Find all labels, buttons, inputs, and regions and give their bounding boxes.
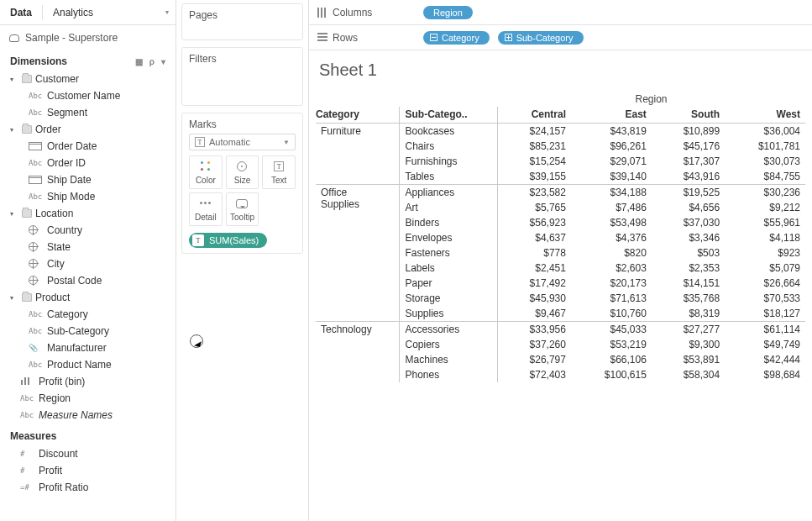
value-cell[interactable]: $43,916: [652, 169, 725, 185]
folder-product[interactable]: ▾Product: [0, 289, 175, 306]
value-cell[interactable]: $15,254: [497, 154, 571, 169]
folder-customer[interactable]: ▾Customer: [0, 71, 175, 87]
value-cell[interactable]: $84,755: [725, 169, 805, 185]
value-cell[interactable]: $8,319: [652, 306, 725, 322]
subcategory-cell[interactable]: Phones: [400, 367, 497, 382]
value-cell[interactable]: $2,603: [571, 260, 652, 276]
value-cell[interactable]: $5,765: [497, 200, 571, 215]
subcategory-cell[interactable]: Storage: [400, 291, 497, 306]
search-icon[interactable]: ρ: [149, 57, 155, 66]
value-cell[interactable]: $55,961: [725, 215, 805, 230]
value-cell[interactable]: $30,236: [725, 185, 805, 201]
value-cell[interactable]: $33,956: [497, 322, 571, 338]
pages-shelf[interactable]: Pages: [181, 3, 303, 40]
field-item[interactable]: AbcOrder ID: [0, 155, 175, 171]
marks-pill-sum-sales[interactable]: T SUM(Sales): [189, 233, 267, 248]
value-cell[interactable]: $34,188: [571, 185, 652, 201]
value-cell[interactable]: $5,079: [725, 260, 805, 276]
value-cell[interactable]: $4,376: [571, 230, 652, 245]
subcategory-cell[interactable]: Labels: [400, 260, 497, 276]
menu-icon[interactable]: ▾: [161, 57, 165, 66]
datasource-row[interactable]: Sample - Superstore: [0, 25, 175, 50]
value-cell[interactable]: $61,114: [725, 322, 805, 338]
value-cell[interactable]: $58,304: [652, 367, 725, 382]
subcategory-cell[interactable]: Copiers: [400, 337, 497, 352]
columns-shelf[interactable]: Columns Region: [309, 0, 812, 25]
collapse-icon[interactable]: [430, 34, 437, 41]
value-cell[interactable]: $503: [652, 245, 725, 260]
value-cell[interactable]: $820: [571, 245, 652, 260]
value-cell[interactable]: $42,444: [725, 352, 805, 367]
subcategory-cell[interactable]: Art: [400, 200, 497, 215]
subcategory-cell[interactable]: Supplies: [400, 306, 497, 322]
value-cell[interactable]: $30,073: [725, 154, 805, 169]
value-cell[interactable]: $14,151: [652, 276, 725, 291]
value-cell[interactable]: $66,106: [571, 352, 652, 367]
value-cell[interactable]: $17,307: [652, 154, 725, 169]
subcategory-cell[interactable]: Machines: [400, 352, 497, 367]
category-header[interactable]: OfficeSupplies: [316, 185, 400, 322]
value-cell[interactable]: $35,768: [652, 291, 725, 306]
filters-shelf[interactable]: Filters: [181, 47, 303, 106]
value-cell[interactable]: $45,033: [571, 322, 652, 338]
mark-btn-tooltip[interactable]: Tooltip: [226, 192, 259, 226]
subcategory-cell[interactable]: Chairs: [400, 139, 497, 154]
value-cell[interactable]: $26,664: [725, 276, 805, 291]
expand-icon[interactable]: [505, 34, 512, 41]
mark-type-select[interactable]: TAutomatic ▼: [189, 134, 296, 150]
tab-analytics[interactable]: Analytics: [43, 0, 103, 24]
field-item[interactable]: AbcSub-Category: [0, 323, 175, 339]
subcategory-cell[interactable]: Binders: [400, 215, 497, 230]
value-cell[interactable]: $43,819: [571, 124, 652, 139]
value-cell[interactable]: $96,261: [571, 139, 652, 154]
value-cell[interactable]: $2,451: [497, 260, 571, 276]
subcategory-cell[interactable]: Fasteners: [400, 245, 497, 260]
field-item[interactable]: AbcRegion: [0, 390, 175, 407]
mark-btn-color[interactable]: Color: [189, 155, 223, 189]
subcategory-cell[interactable]: Appliances: [400, 185, 497, 201]
value-cell[interactable]: $53,498: [571, 215, 652, 230]
field-item[interactable]: AbcCategory: [0, 306, 175, 323]
field-item[interactable]: =#Profit Ratio: [0, 479, 175, 496]
value-cell[interactable]: $18,127: [725, 306, 805, 322]
field-item[interactable]: Postal Code: [0, 272, 175, 289]
value-cell[interactable]: $9,212: [725, 200, 805, 215]
tab-dropdown-icon[interactable]: ▾: [159, 8, 175, 16]
subcategory-cell[interactable]: Bookcases: [400, 124, 497, 139]
field-item[interactable]: #Profit: [0, 462, 175, 479]
field-item[interactable]: Ship Date: [0, 171, 175, 188]
field-item[interactable]: City: [0, 255, 175, 272]
value-cell[interactable]: $49,749: [725, 337, 805, 352]
mark-btn-detail[interactable]: Detail: [189, 192, 223, 226]
field-item[interactable]: 📎Manufacturer: [0, 339, 175, 356]
value-cell[interactable]: $70,533: [725, 291, 805, 306]
value-cell[interactable]: $98,684: [725, 367, 805, 382]
value-cell[interactable]: $29,071: [571, 154, 652, 169]
value-cell[interactable]: $56,923: [497, 215, 571, 230]
value-cell[interactable]: $17,492: [497, 276, 571, 291]
value-cell[interactable]: $10,760: [571, 306, 652, 322]
value-cell[interactable]: $19,525: [652, 185, 725, 201]
value-cell[interactable]: $85,231: [497, 139, 571, 154]
field-item[interactable]: Order Date: [0, 138, 175, 155]
field-item[interactable]: AbcProduct Name: [0, 356, 175, 373]
value-cell[interactable]: $10,899: [652, 124, 725, 139]
sheet-title[interactable]: Sheet 1: [316, 61, 805, 80]
value-cell[interactable]: $53,219: [571, 337, 652, 352]
view-options-icon[interactable]: ▦: [135, 57, 143, 66]
value-cell[interactable]: $24,157: [497, 124, 571, 139]
value-cell[interactable]: $20,173: [571, 276, 652, 291]
folder-location[interactable]: ▾Location: [0, 205, 175, 222]
field-item[interactable]: AbcCustomer Name: [0, 87, 175, 104]
subcategory-cell[interactable]: Furnishings: [400, 154, 497, 169]
subcategory-cell[interactable]: Accessories: [400, 322, 497, 338]
value-cell[interactable]: $2,353: [652, 260, 725, 276]
value-cell[interactable]: $53,891: [652, 352, 725, 367]
field-item[interactable]: AbcShip Mode: [0, 188, 175, 205]
mark-btn-text[interactable]: TText: [262, 155, 296, 189]
value-cell[interactable]: $37,030: [652, 215, 725, 230]
folder-order[interactable]: ▾Order: [0, 121, 175, 138]
value-cell[interactable]: $9,467: [497, 306, 571, 322]
value-cell[interactable]: $39,140: [571, 169, 652, 185]
field-item[interactable]: #Discount: [0, 445, 175, 462]
